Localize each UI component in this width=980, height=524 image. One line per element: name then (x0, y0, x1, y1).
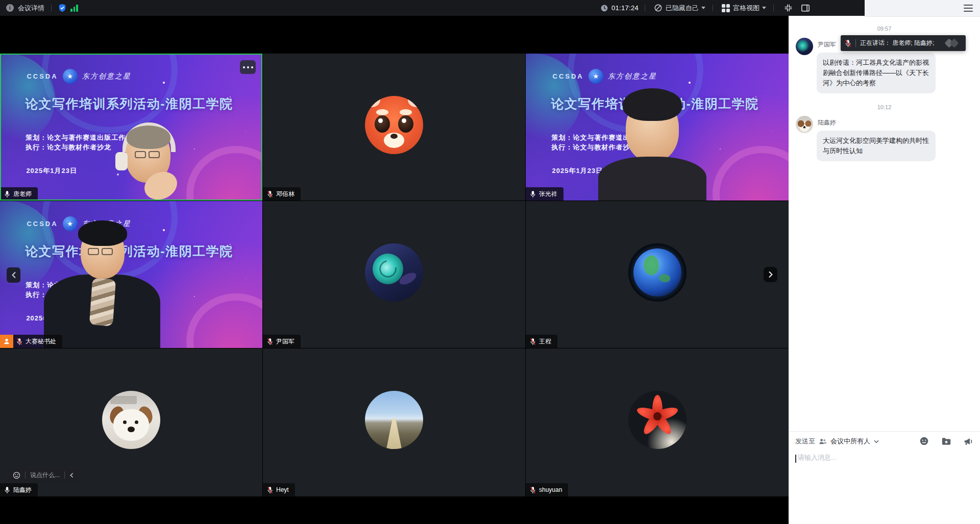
slide-logo-icon: ★ (63, 69, 78, 84)
chat-panel: 聊天 09:57 正在讲话： 唐老师; 陆鑫婷; 尹国军 以剧传遗：河工器具文化… (789, 0, 980, 524)
avatar (365, 391, 423, 449)
network-signal-icon[interactable] (70, 5, 78, 12)
caret-down-icon[interactable] (762, 7, 766, 9)
participant-name-badge: 王程 (526, 335, 557, 348)
video-tile-tangteacher[interactable]: CCSDA★东方创意之星 论文写作培训系列活动-淮阴工学院 策划：论文与著作赛道… (0, 54, 262, 201)
webcam-person (31, 221, 168, 348)
slide-brand-caption: 东方创意之星 (82, 72, 131, 81)
member-role-icon (0, 335, 13, 348)
video-tile-zhangguangxiang[interactable]: CCSDA★东方创意之星 论文写作培训系列活动-淮阴工学院 策划：论文与著作赛道… (526, 54, 789, 201)
hide-self-button[interactable]: 已隐藏自己 (666, 4, 699, 13)
speaking-banner-text: 正在讲话： 唐老师; 陆鑫婷; (860, 39, 934, 47)
slide-brand: CCSDA (27, 72, 58, 80)
text-caret (795, 455, 796, 463)
sender-avatar (796, 38, 813, 55)
meeting-logo-icon (944, 38, 962, 48)
send-to-label: 发送至 (795, 437, 815, 446)
participant-name: 唐老师 (13, 190, 32, 198)
more-options-button[interactable] (240, 60, 256, 74)
collapse-icon[interactable] (69, 472, 74, 478)
meeting-timer: 01:17:24 (611, 4, 639, 12)
info-icon: i (6, 4, 14, 12)
chat-compose-area: 发送至 会议中所有人 (789, 431, 980, 524)
chat-message: 大运河文化影空间美学建构的共时性与历时性认知 (817, 131, 936, 161)
announce-icon[interactable] (964, 437, 974, 446)
quick-chat-placeholder[interactable]: 说点什么... (30, 471, 60, 480)
chat-header-strip (865, 0, 980, 17)
mic-off-icon (530, 338, 536, 345)
mic-off-icon (267, 190, 273, 198)
mic-off-icon (530, 486, 536, 494)
avatar (102, 391, 160, 449)
quick-chat-pill[interactable]: 说点什么... (7, 468, 80, 482)
view-mode-button[interactable]: 宫格视图 (733, 4, 760, 13)
slide-logo-icon: ★ (589, 69, 603, 84)
participant-name: 张光祥 (539, 190, 557, 198)
participant-name-badge: 尹国军 (263, 335, 301, 348)
video-tile-heyt[interactable]: Heyt (263, 348, 525, 496)
message-timestamp: 10:12 (789, 104, 980, 110)
emoji-icon[interactable] (919, 436, 929, 446)
participant-name-badge: Heyt (263, 483, 295, 496)
speaking-banner: 正在讲话： 唐老师; 陆鑫婷; (841, 35, 966, 51)
video-tile-yinguojun[interactable]: 尹国军 (263, 201, 525, 348)
meeting-details-button[interactable]: 会议详情 (18, 4, 44, 13)
divider (51, 5, 52, 11)
avatar (365, 243, 423, 302)
avatar (365, 96, 423, 154)
mic-off-icon (16, 338, 22, 345)
webcam-person (111, 128, 198, 201)
top-toolbar: i 会议详情 01:17:24 已隐藏自己 宫格视图 (0, 0, 865, 16)
hide-self-icon[interactable] (654, 4, 663, 12)
participant-name: 邓佰林 (276, 190, 295, 198)
caret-down-icon[interactable] (874, 440, 879, 443)
participant-name: 尹国军 (276, 337, 295, 346)
emoji-icon[interactable] (13, 471, 20, 479)
participant-name-badge: 唐老师 (0, 187, 38, 201)
participant-name: shuyuan (539, 486, 562, 493)
mic-on-icon (4, 486, 10, 494)
side-panel-icon[interactable] (801, 4, 810, 12)
sender-name: 陆鑫婷 (818, 118, 836, 127)
caret-down-icon[interactable] (701, 7, 705, 9)
slide-executor-line: 执行：论文与教材作者沙龙 (26, 143, 111, 152)
participant-name: 大赛秘书处 (26, 337, 56, 346)
slide-title: 论文写作培训系列活动-淮阴工学院 (25, 95, 233, 112)
send-to-icon (819, 438, 827, 445)
video-tile-dengbailin[interactable]: 邓佰林 (263, 54, 525, 201)
avatar (628, 391, 687, 449)
mic-on-icon (530, 190, 536, 198)
avatar (628, 243, 687, 302)
participant-name-badge: shuyuan (526, 483, 568, 496)
participant-name: 王程 (539, 337, 551, 346)
menu-icon[interactable] (964, 5, 973, 12)
video-tile-luxinting[interactable]: 说点什么... 陆鑫婷 (0, 348, 262, 496)
participant-name-badge: 张光祥 (526, 187, 564, 201)
mic-off-icon (267, 486, 273, 494)
video-grid: CCSDA★东方创意之星 论文写作培训系列活动-淮阴工学院 策划：论文与著作赛道… (0, 16, 789, 524)
video-tile-secretariat[interactable]: CCSDA★东方创意之星 论文写作培训系列活动-淮阴工学院 策划：论文与著作赛道… (0, 201, 262, 348)
participant-name-badge: 邓佰林 (263, 187, 301, 201)
divider (645, 5, 645, 11)
meeting-window: i 会议详情 01:17:24 已隐藏自己 宫格视图 (0, 0, 980, 524)
message-input[interactable] (797, 453, 972, 462)
previous-page-button[interactable] (7, 267, 20, 283)
next-page-button[interactable] (764, 267, 777, 282)
security-shield-icon[interactable] (58, 4, 66, 12)
webcam-person (601, 92, 703, 201)
participant-name-badge: 大赛秘书处 (0, 335, 62, 348)
participant-name: Heyt (276, 486, 289, 493)
sender-avatar (796, 116, 813, 133)
folder-icon[interactable] (941, 437, 951, 446)
participant-name: 陆鑫婷 (13, 486, 32, 494)
video-tile-wangcheng[interactable]: 王程 (526, 201, 789, 348)
video-tile-shuyuan[interactable]: shuyuan (526, 348, 789, 496)
send-to-selector[interactable]: 会议中所有人 (830, 437, 870, 446)
exit-fullscreen-icon[interactable] (784, 4, 793, 12)
message-timestamp: 09:57 (789, 26, 980, 32)
grid-view-icon[interactable] (722, 4, 730, 12)
participant-name-badge: 陆鑫婷 (0, 483, 38, 496)
chat-message: 以剧传遗：河工器具文化遗产的影视剧融合创新传播路径——以《天下长河》为中心的考察 (817, 53, 936, 93)
clock-icon (600, 4, 608, 12)
mic-on-icon (4, 190, 10, 198)
